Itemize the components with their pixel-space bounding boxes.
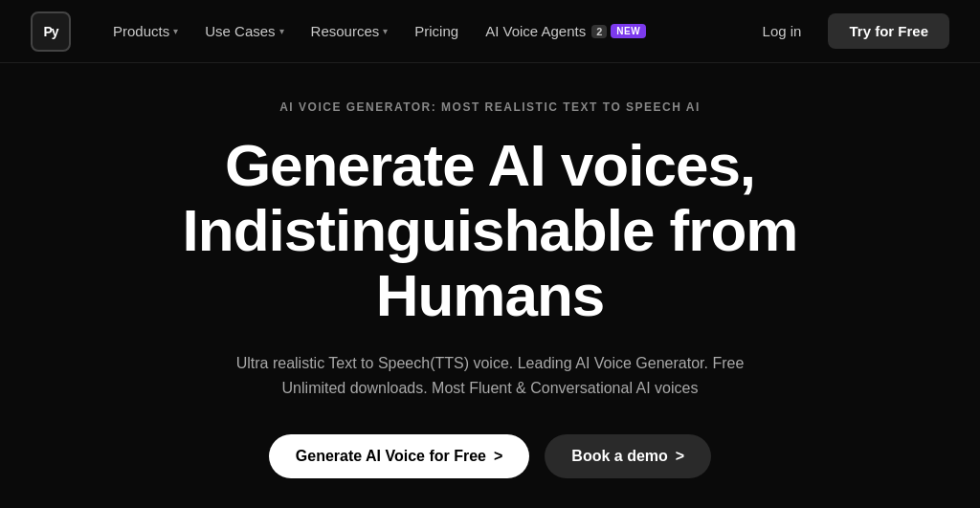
- hero-section: AI VOICE GENERATOR: MOST REALISTIC TEXT …: [0, 63, 980, 508]
- chevron-down-icon: ▾: [383, 26, 388, 36]
- ai-voice-agents-number-badge: 2: [591, 25, 607, 38]
- new-badge: NEW: [611, 24, 646, 38]
- navbar: Py Products ▾ Use Cases ▾ Resources ▾ Pr…: [0, 0, 980, 63]
- try-for-free-button[interactable]: Try for Free: [828, 13, 949, 49]
- hero-tag: AI VOICE GENERATOR: MOST REALISTIC TEXT …: [279, 100, 701, 114]
- nav-item-resources[interactable]: Resources ▾: [300, 15, 400, 47]
- nav-item-products[interactable]: Products ▾: [101, 15, 189, 47]
- book-demo-button[interactable]: Book a demo >: [545, 434, 711, 478]
- arrow-icon: >: [494, 448, 502, 465]
- nav-item-pricing[interactable]: Pricing: [403, 15, 470, 47]
- nav-links: Products ▾ Use Cases ▾ Resources ▾ Prici…: [101, 15, 657, 47]
- nav-left: Py Products ▾ Use Cases ▾ Resources ▾ Pr…: [31, 11, 657, 52]
- generate-voice-button[interactable]: Generate AI Voice for Free >: [269, 434, 530, 478]
- chevron-down-icon: ▾: [173, 26, 178, 36]
- nav-item-ai-voice-agents[interactable]: AI Voice Agents 2 NEW: [474, 15, 657, 47]
- hero-subtitle: Ultra realistic Text to Speech(TTS) voic…: [222, 351, 758, 400]
- chevron-down-icon: ▾: [279, 26, 284, 36]
- hero-title: Generate AI voices, Indistinguishable fr…: [183, 133, 798, 329]
- logo[interactable]: Py: [31, 11, 71, 52]
- nav-item-use-cases[interactable]: Use Cases ▾: [193, 15, 295, 47]
- hero-buttons: Generate AI Voice for Free > Book a demo…: [269, 434, 711, 478]
- login-button[interactable]: Log in: [751, 15, 813, 47]
- nav-right: Log in Try for Free: [751, 13, 949, 49]
- arrow-icon: >: [676, 448, 684, 465]
